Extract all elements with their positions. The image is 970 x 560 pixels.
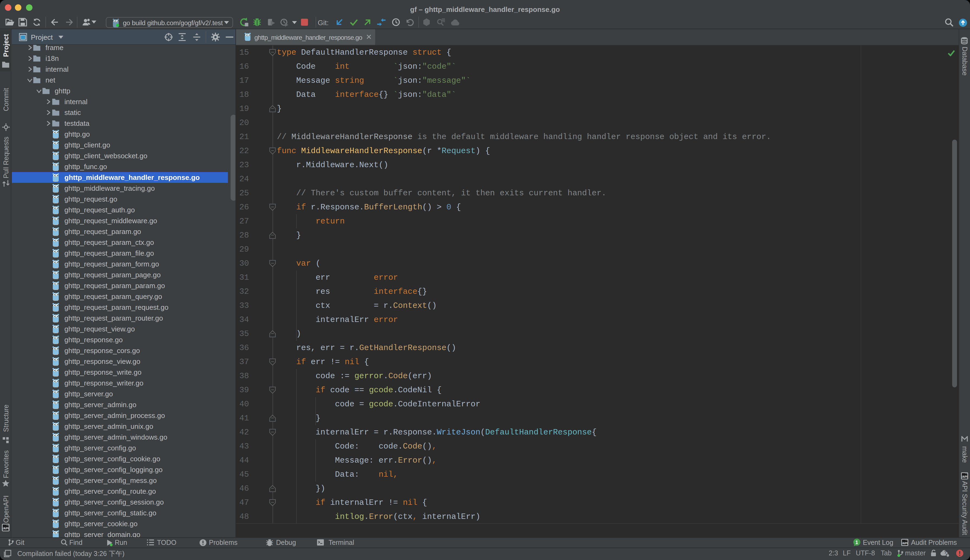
svg-text:/API: /API (3, 527, 9, 530)
svg-text:/API: /API (902, 542, 908, 545)
svg-text:?: ? (944, 550, 947, 555)
svg-text:1: 1 (855, 540, 858, 545)
svg-text:/API: /API (962, 475, 967, 478)
